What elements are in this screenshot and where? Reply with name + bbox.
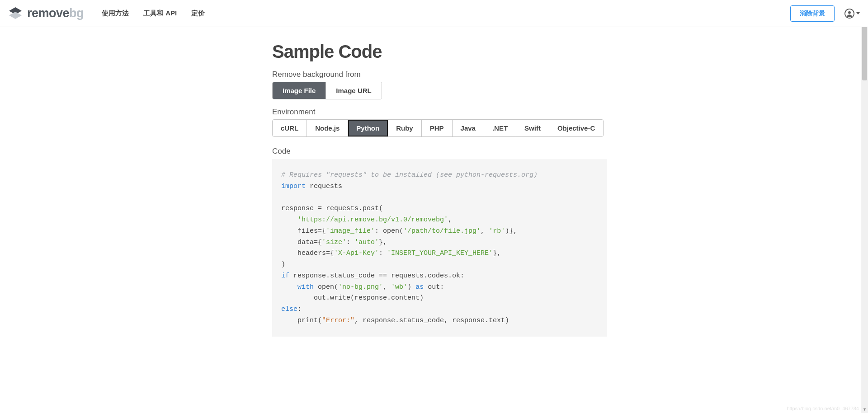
nav-item-howto[interactable]: 使用方法 [102,9,129,18]
main-content: Sample Code Remove background from Image… [254,27,607,337]
source-label: Remove background from [272,70,607,79]
tab-swift[interactable]: Swift [516,120,549,136]
nav-item-tools[interactable]: 工具和 API [143,9,177,18]
logo-stack-icon [8,6,23,21]
user-menu[interactable] [844,9,860,19]
logo[interactable]: removebg [8,6,84,21]
scroll-down-icon[interactable]: ▼ [861,406,868,413]
nav-item-pricing[interactable]: 定价 [191,9,205,18]
svg-point-3 [848,11,851,14]
env-tabs: cURL Node.js Python Ruby PHP Java .NET S… [272,119,604,137]
env-label: Environment [272,108,607,117]
code-block[interactable]: # Requires "requests" to be installed (s… [272,160,607,337]
main-nav: 使用方法 工具和 API 定价 [102,9,205,18]
scrollbar-thumb[interactable] [862,26,867,80]
tab-objc[interactable]: Objective-C [549,120,603,136]
logo-text: removebg [27,6,84,20]
code-label: Code [272,147,607,156]
watermark: https://blog.csdn.net/m0_467784 [787,406,859,411]
tab-java[interactable]: Java [453,120,484,136]
tab-ruby[interactable]: Ruby [388,120,422,136]
scrollbar[interactable]: ▲ ▼ [861,0,868,413]
tab-php[interactable]: PHP [422,120,453,136]
source-tabs: Image File Image URL [272,82,382,99]
page-title: Sample Code [272,42,607,62]
tab-nodejs[interactable]: Node.js [307,120,348,136]
user-icon [844,9,854,19]
remove-bg-button[interactable]: 消除背景 [790,5,835,22]
tab-curl[interactable]: cURL [273,120,307,136]
svg-marker-1 [9,12,22,19]
chevron-down-icon [856,12,860,14]
navbar: removebg 使用方法 工具和 API 定价 消除背景 [0,0,868,27]
tab-dotnet[interactable]: .NET [484,120,516,136]
tab-image-url[interactable]: Image URL [326,82,381,99]
tab-image-file[interactable]: Image File [273,82,326,99]
tab-python[interactable]: Python [348,120,388,136]
